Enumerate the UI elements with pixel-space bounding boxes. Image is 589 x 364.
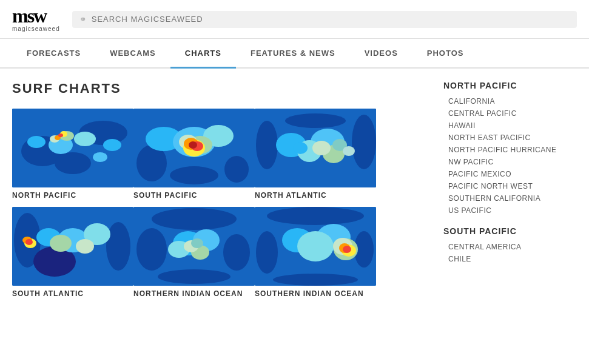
chart-north-atlantic[interactable]: NORTH ATLANTIC	[255, 109, 370, 201]
nav-item-charts[interactable]: CHARTS	[170, 39, 236, 67]
nav-item-features[interactable]: FEATURES & NEWS	[236, 39, 350, 67]
svg-point-12	[103, 139, 121, 151]
svg-point-55	[158, 269, 231, 284]
chart-label-south-atlantic: SOUTH ATLANTIC	[12, 286, 127, 299]
svg-point-50	[25, 239, 33, 245]
sidebar-link-pacific-mexico[interactable]: PACIFIC MEXICO	[443, 168, 577, 180]
chart-south-pacific[interactable]: SOUTH PACIFIC	[133, 109, 249, 201]
logo[interactable]: msw magicseaweed	[12, 6, 60, 32]
chart-image-south-pacific	[133, 109, 255, 187]
chart-label-northern-indian-ocean: NORTHERN INDIAN OCEAN	[133, 286, 249, 299]
sidebar-link-us-pacific[interactable]: US PACIFIC	[443, 204, 577, 217]
nav-item-forecasts[interactable]: FORECASTS	[12, 39, 95, 67]
svg-point-61	[191, 238, 203, 248]
svg-point-41	[106, 222, 130, 271]
chart-image-south-atlantic	[12, 207, 133, 286]
nav-item-videos[interactable]: VIDEOS	[350, 39, 412, 67]
svg-point-26	[189, 141, 197, 149]
svg-point-16	[224, 156, 249, 183]
svg-point-37	[343, 146, 355, 156]
charts-grid: NORTH PACIFIC	[12, 109, 425, 305]
svg-point-11	[58, 133, 63, 137]
chart-south-atlantic[interactable]: SOUTH ATLANTIC	[12, 207, 127, 299]
svg-point-69	[297, 231, 334, 261]
svg-point-17	[170, 166, 218, 184]
svg-point-54	[223, 234, 250, 271]
svg-point-63	[267, 207, 364, 225]
chart-label-north-atlantic: NORTH ATLANTIC	[255, 187, 370, 201]
svg-point-3	[55, 152, 91, 174]
sidebar-link-southern-california[interactable]: SOUTHERN CALIFORNIA	[443, 192, 577, 204]
svg-point-52	[152, 208, 237, 230]
svg-point-64	[256, 231, 278, 274]
chart-image-north-atlantic	[255, 109, 376, 187]
svg-point-66	[273, 274, 358, 286]
logo-sub-text: magicseaweed	[12, 25, 60, 32]
main-content: SURF CHARTS	[0, 69, 589, 317]
sidebar: NORTH PACIFIC CALIFORNIA CENTRAL PACIFIC…	[443, 81, 577, 305]
sidebar-section-south-pacific-title: SOUTH PACIFIC	[443, 226, 577, 236]
sidebar-link-north-pacific-hurricane[interactable]: NORTH PACIFIC HURRICANE	[443, 144, 577, 156]
svg-point-30	[285, 113, 346, 128]
svg-point-4	[27, 136, 45, 148]
svg-point-47	[76, 239, 94, 254]
chart-image-northern-indian-ocean	[133, 207, 255, 286]
sidebar-link-central-pacific[interactable]: CENTRAL PACIFIC	[443, 107, 577, 120]
svg-point-6	[74, 132, 96, 146]
page-title: SURF CHARTS	[12, 81, 425, 96]
svg-point-38	[293, 142, 308, 154]
svg-point-13	[93, 152, 107, 162]
sidebar-link-north-east-pacific[interactable]: NORTH EAST PACIFIC	[443, 132, 577, 144]
content-area: SURF CHARTS	[12, 81, 425, 305]
search-bar[interactable]: ⚭	[72, 11, 577, 28]
chart-label-south-pacific: SOUTH PACIFIC	[133, 187, 249, 201]
chart-image-southern-indian-ocean	[255, 207, 376, 286]
chart-southern-indian-ocean[interactable]: SOUTHERN INDIAN OCEAN	[255, 207, 370, 299]
svg-point-74	[343, 246, 351, 253]
chart-north-pacific[interactable]: NORTH PACIFIC	[12, 109, 127, 201]
sidebar-link-nw-pacific[interactable]: NW PACIFIC	[443, 156, 577, 168]
sidebar-link-central-america[interactable]: CENTRAL AMERICA	[443, 241, 577, 253]
logo-main-text: msw	[12, 6, 46, 25]
sidebar-link-california[interactable]: CALIFORNIA	[443, 95, 577, 107]
search-input[interactable]	[92, 15, 570, 24]
sidebar-link-pacific-north-west[interactable]: PACIFIC NORTH WEST	[443, 180, 577, 192]
chart-label-north-pacific: NORTH PACIFIC	[12, 187, 127, 201]
sidebar-link-hawaii[interactable]: HAWAII	[443, 120, 577, 132]
nav-item-webcams[interactable]: WEBCAMS	[95, 39, 170, 67]
header: msw magicseaweed ⚭	[0, 0, 589, 39]
chart-label-southern-indian-ocean: SOUTHERN INDIAN OCEAN	[255, 286, 370, 299]
svg-point-28	[256, 121, 278, 169]
chart-northern-indian-ocean[interactable]: NORTHERN INDIAN OCEAN	[133, 207, 249, 299]
svg-point-29	[352, 115, 376, 169]
nav-item-photos[interactable]: PHOTOS	[412, 39, 479, 67]
svg-point-35	[312, 141, 331, 155]
search-icon: ⚭	[79, 15, 87, 24]
svg-point-53	[136, 228, 167, 271]
chart-image-north-pacific	[12, 109, 133, 187]
svg-point-46	[50, 235, 72, 252]
main-nav: FORECASTS WEBCAMS CHARTS FEATURES & NEWS…	[0, 39, 589, 69]
sidebar-link-chile[interactable]: CHILE	[443, 253, 577, 265]
sidebar-section-north-pacific-title: NORTH PACIFIC	[443, 81, 577, 90]
